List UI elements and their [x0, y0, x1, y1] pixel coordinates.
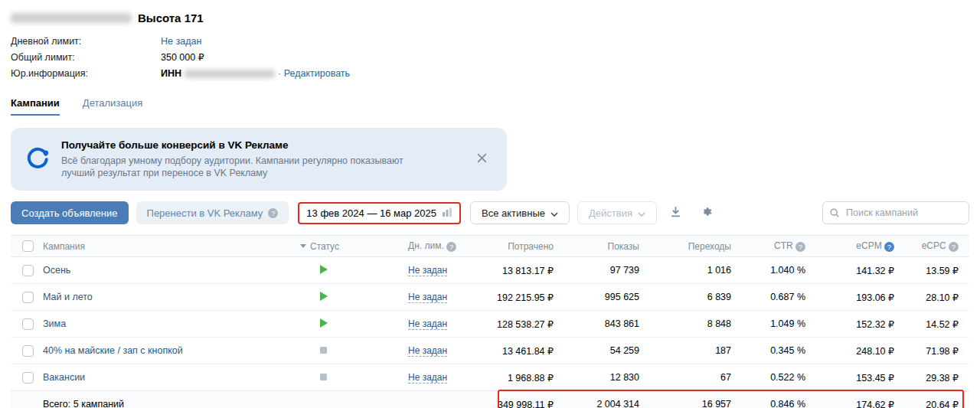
row-checkbox[interactable] [22, 372, 34, 384]
transfer-to-vk-ads-button[interactable]: Перенести в VK Рекламу [136, 201, 289, 224]
spent-value: 128 538.27 ₽ [475, 318, 554, 330]
ctr-value: 1.049 % [731, 318, 805, 329]
row-checkbox[interactable] [22, 345, 34, 357]
vk-ads-logo-icon [24, 144, 51, 173]
actions-dropdown[interactable]: Действия [577, 201, 657, 224]
clicks-value: 1 016 [639, 265, 731, 276]
account-header: Высота 171 [11, 9, 969, 26]
transfer-info-icon [268, 208, 278, 218]
status-stopped-icon [320, 374, 327, 380]
column-header-daily-limit[interactable]: Дн. лим. [399, 240, 475, 251]
table-row: Зима Не задан 128 538.27 ₽ 843 861 8 848… [11, 311, 969, 338]
daily-limit-value-link[interactable]: Не задан [161, 36, 201, 47]
status-active-icon [320, 292, 328, 301]
page-title: Высота 171 [138, 11, 204, 24]
inn-label: ИНН [161, 68, 181, 79]
ctr-value: 1.040 % [731, 265, 805, 276]
download-icon [669, 205, 682, 221]
column-header-shows[interactable]: Показы [554, 241, 639, 252]
chevron-down-icon [550, 207, 558, 219]
clicks-value: 6 839 [639, 292, 731, 302]
total-ctr: 0.846 % [731, 399, 805, 408]
campaign-name-link[interactable]: 40% на майские / зап с кнопкой [43, 345, 183, 356]
edit-legal-info-link[interactable]: Редактировать [284, 68, 350, 79]
settings-button[interactable] [695, 201, 718, 224]
ecpm-value: 153.45 ₽ [805, 372, 894, 384]
create-ad-button[interactable]: Создать объявление [11, 201, 129, 224]
ecpc-value: 13.59 ₽ [894, 265, 969, 276]
table-totals-row: Всего: 5 кампаний 349 998.11 ₽ 2 004 314… [11, 390, 969, 408]
column-header-clicks[interactable]: Переходы [639, 241, 731, 252]
vk-ads-promo-banner: Получайте больше конверсий в VK Рекламе … [11, 128, 507, 191]
column-header-ctr[interactable]: CTR [731, 240, 805, 251]
ctr-value: 0.522 % [731, 372, 805, 383]
status-filter-dropdown[interactable]: Все активные [470, 201, 570, 224]
sort-desc-icon [300, 244, 306, 248]
row-checkbox[interactable] [22, 292, 34, 303]
redacted-inn-blur [185, 70, 275, 78]
daily-limit-link[interactable]: Не задан [408, 292, 447, 303]
column-header-spent[interactable]: Потрачено [475, 241, 554, 252]
clicks-value: 187 [639, 345, 731, 356]
date-range-picker[interactable]: 13 фев 2024 — 16 мар 2025 [306, 207, 452, 220]
banner-close-button[interactable] [472, 149, 492, 171]
ecpm-info-icon [884, 242, 894, 252]
separator-dot: · [278, 68, 281, 79]
legal-info-label: Юр.информация: [11, 66, 161, 82]
export-button[interactable] [665, 201, 688, 224]
ctr-value: 0.345 % [731, 345, 805, 356]
toolbar: Создать объявление Перенести в VK Реклам… [11, 201, 969, 224]
column-header-campaign[interactable]: Кампания [43, 241, 296, 252]
daily-limit-link[interactable]: Не задан [408, 345, 447, 357]
ecpm-value: 152.32 ₽ [805, 318, 894, 330]
table-header-row: Кампания Статус Дн. лим. Потрачено Показ… [11, 236, 969, 257]
search-icon [829, 207, 840, 221]
shows-value: 995 625 [554, 292, 639, 302]
clicks-value: 8 848 [639, 318, 731, 329]
ecpc-value: 14.52 ₽ [894, 318, 969, 330]
total-ecpc: 20.64 ₽ [894, 399, 969, 408]
redacted-account-name-blur [11, 13, 132, 23]
shows-value: 12 830 [554, 372, 639, 383]
ecpm-value: 248.10 ₽ [805, 345, 894, 357]
row-checkbox[interactable] [22, 318, 34, 330]
daily-limit-link[interactable]: Не задан [408, 372, 447, 384]
spent-value: 1 968.88 ₽ [475, 372, 554, 384]
spent-value: 13 461.84 ₽ [475, 345, 554, 357]
campaign-name-link[interactable]: Зима [43, 318, 66, 329]
daily-limit-info-icon [446, 242, 456, 252]
tab-detailing[interactable]: Детализация [83, 94, 142, 116]
banner-title: Получайте больше конверсий в VK Рекламе [61, 139, 407, 151]
ecpc-info-icon [949, 242, 959, 252]
chevron-down-icon [638, 207, 645, 219]
campaign-search [822, 201, 969, 224]
ecpm-value: 141.32 ₽ [805, 265, 894, 276]
totals-label: Всего: 5 кампаний [43, 399, 296, 408]
shows-value: 843 861 [554, 318, 639, 329]
status-active-icon [320, 265, 328, 274]
table-row: Вакансии Не задан 1 968.88 ₽ 12 830 67 0… [11, 364, 969, 391]
search-input[interactable] [822, 201, 969, 224]
campaign-name-link[interactable]: Вакансии [43, 372, 85, 383]
date-range-value: 13 фев 2024 — 16 мар 2025 [306, 207, 436, 219]
row-checkbox[interactable] [22, 265, 34, 276]
campaign-name-link[interactable]: Май и лето [43, 292, 93, 302]
column-header-status[interactable]: Статус [296, 241, 399, 252]
total-limit-label: Общий лимит: [11, 50, 161, 66]
campaign-name-link[interactable]: Осень [43, 265, 70, 276]
table-row: Осень Не задан 13 813.17 ₽ 97 739 1 016 … [11, 257, 969, 284]
daily-limit-label: Дневной лимит: [11, 34, 161, 50]
column-header-ecpc[interactable]: eCPC [894, 240, 969, 251]
total-ecpm: 174.62 ₽ [805, 399, 894, 408]
daily-limit-link[interactable]: Не задан [408, 265, 447, 276]
shows-value: 54 259 [554, 345, 639, 356]
transfer-button-label: Перенести в VK Рекламу [147, 207, 263, 219]
total-limit-value: 350 000 ₽ [161, 50, 969, 66]
shows-value: 97 739 [554, 265, 639, 276]
daily-limit-link[interactable]: Не задан [408, 318, 447, 330]
select-all-checkbox[interactable] [22, 240, 34, 252]
ecpc-value: 29.38 ₽ [894, 372, 969, 384]
column-header-ecpm[interactable]: eCPM [805, 240, 894, 251]
tab-campaigns[interactable]: Кампании [11, 94, 60, 116]
status-active-icon [320, 318, 328, 328]
